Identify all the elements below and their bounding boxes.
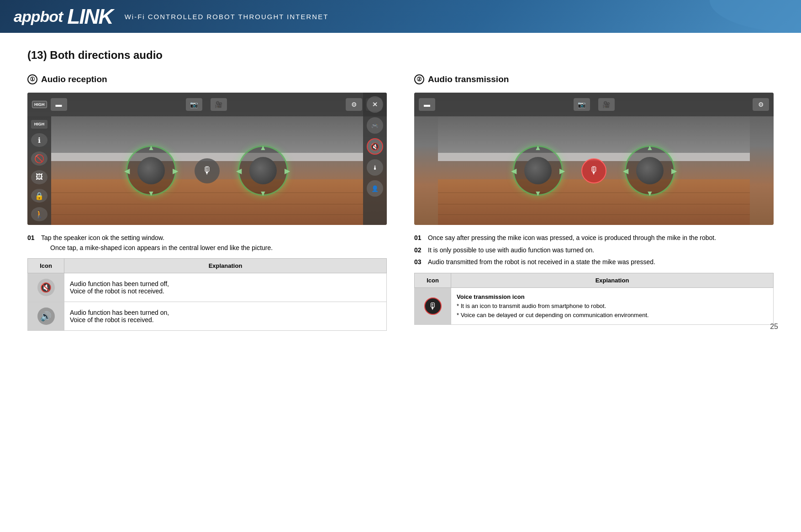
two-column-layout: ① Audio reception — [27, 74, 774, 331]
r-left-wheel-inner — [524, 157, 552, 184]
r-arrow-up-left: ▲ — [534, 144, 542, 152]
right-desc-02: 02 It is only possible to use with audio… — [414, 245, 774, 256]
r-right-wheel-outer — [625, 146, 675, 196]
left-icon-table: Icon Explanation 🔇 Audio function has be… — [27, 258, 387, 331]
logo: appbot LINK Wi-Fi CONTROLLED ROBOT THROU… — [14, 4, 328, 29]
right-row1-title: Voice transmission icon — [457, 293, 525, 300]
right-left-wheel: ▲ ▼ ◀ ▶ — [513, 146, 563, 196]
right-row1-explanation: Voice transmission icon * It is an icon … — [451, 288, 774, 325]
right-desc-01-num: 01 — [414, 233, 425, 243]
r-arrow-down-left: ▼ — [534, 189, 542, 198]
quality-badge: HIGH — [32, 101, 47, 108]
left-col-num: ① — [27, 74, 37, 84]
right-right-wheel: ▲ ▼ ◀ ▶ — [625, 146, 675, 196]
arrow-down-right: ▼ — [259, 189, 267, 198]
right-desc-03: 03 Audio transmitted from the robot is n… — [414, 257, 774, 267]
left-desc-01-num: 01 — [27, 233, 38, 253]
arrow-left-right: ◀ — [236, 167, 242, 175]
left-wheel-inner — [137, 157, 165, 184]
main-content: (13) Both directions audio ① Audio recep… — [0, 33, 801, 340]
left-row2-icon-cell: 🔊 — [28, 302, 64, 331]
mic-transmission-icon: 🎙 — [424, 297, 442, 315]
quality-sidebar-icon: HIGH — [31, 120, 47, 129]
right-camera-view: ▲ ▼ ◀ ▶ 🎙 — [438, 116, 750, 225]
r-arrow-down-right: ▼ — [646, 189, 653, 198]
left-description: 01 Tap the speaker icon ok the setting w… — [27, 233, 387, 253]
rs-close-icon: ✕ — [367, 96, 383, 113]
battery-icon: ▬ — [51, 98, 67, 111]
left-row1-explanation: Audio function has been turned off, Voic… — [64, 273, 387, 302]
walk-icon: 🚶 — [31, 207, 47, 221]
table-row: 🎙 Voice transmission icon * It is an ico… — [415, 288, 774, 325]
right-description: 01 Once say after pressing the mike icon… — [414, 233, 774, 267]
right-desc-03-text: Audio transmitted from the robot is not … — [428, 257, 774, 267]
right-col-num: ② — [414, 74, 424, 84]
left-row2-explanation: Audio function has been turned on, Voice… — [64, 302, 387, 331]
right-video-icon: 🎥 — [598, 98, 615, 111]
header-decoration — [710, 0, 801, 33]
toolbar-left: HIGH ▬ — [32, 98, 67, 111]
right-row1-sub2: * Voice can be delayed or cut depending … — [457, 312, 649, 318]
arrow-left-left: ◀ — [124, 167, 130, 175]
page-number: 25 — [770, 323, 778, 331]
app-toolbar: HIGH ▬ 📷 🎥 ⚙ ✕ — [27, 93, 387, 116]
left-app-ui: HIGH ▬ 📷 🎥 ⚙ ✕ HI — [27, 93, 387, 225]
info-icon: ℹ — [31, 133, 47, 147]
right-screenshot: ▬ 📷 🎥 ⚙ — [414, 93, 774, 225]
r-arrow-left-right: ◀ — [623, 167, 628, 175]
no-sign-icon: 🚫 — [31, 151, 47, 166]
right-toolbar-center: 📷 🎥 — [574, 98, 615, 111]
right-desc-01: 01 Once say after pressing the mike icon… — [414, 233, 774, 243]
right-table-header-explanation: Explanation — [451, 273, 774, 288]
right-camera-icon: 📷 — [574, 98, 590, 111]
arrow-right-right: ▶ — [285, 167, 290, 175]
right-column: ② Audio transmission — [414, 74, 774, 331]
r-left-wheel-outer — [513, 146, 563, 196]
r-arrow-right-left: ▶ — [559, 167, 565, 175]
left-screenshot: HIGH ▬ 📷 🎥 ⚙ ✕ HI — [27, 93, 387, 225]
video-icon: 🎥 — [211, 98, 227, 111]
settings-icon: ⚙ — [346, 98, 362, 111]
toolbar-center: 📷 🎥 — [186, 98, 227, 111]
rs-person-icon: 👤 — [367, 180, 383, 197]
right-desc-02-text: It is only possible to use with audio fu… — [428, 245, 774, 256]
right-col-label: Audio transmission — [428, 74, 509, 84]
right-wheel-control: ▲ ▼ ◀ ▶ — [238, 146, 288, 196]
right-app-toolbar: ▬ 📷 🎥 ⚙ — [414, 93, 774, 116]
right-row1-sub1: * It is an icon to transmit audio from s… — [457, 303, 606, 309]
left-col-label: Audio reception — [41, 74, 107, 84]
speaker-off-icon: 🔇 — [37, 279, 55, 296]
r-right-wheel-inner — [636, 157, 664, 184]
right-col-title: ② Audio transmission — [414, 74, 774, 84]
r-arrow-up-right: ▲ — [646, 144, 653, 152]
robot-controls: ▲ ▼ ◀ ▶ 🎙 — [126, 146, 288, 196]
lock-icon: 🔒 — [31, 189, 47, 203]
right-battery-icon: ▬ — [419, 98, 435, 111]
logo-link: LINK — [67, 4, 112, 29]
right-robot-controls: ▲ ▼ ◀ ▶ 🎙 — [513, 146, 675, 196]
arrow-down-left: ▼ — [148, 189, 155, 198]
left-column: ① Audio reception — [27, 74, 387, 331]
left-table-header-explanation: Explanation — [64, 259, 387, 273]
mic-center: 🎙 — [195, 158, 220, 183]
right-desc-03-num: 03 — [414, 257, 425, 267]
speaker-on-icon: 🔊 — [37, 308, 55, 325]
left-table-header-icon: Icon — [28, 259, 64, 273]
camera-view: ▲ ▼ ◀ ▶ 🎙 — [51, 116, 363, 225]
right-toolbar-left: ▬ — [419, 98, 435, 111]
header: appbot LINK Wi-Fi CONTROLLED ROBOT THROU… — [0, 0, 801, 33]
table-row: 🔊 Audio function has been turned on, Voi… — [28, 302, 387, 331]
right-table-header-icon: Icon — [415, 273, 451, 288]
rs-gamepad-icon: 🎮 — [367, 117, 383, 134]
header-subtitle: Wi-Fi CONTROLLED ROBOT THROUGHT INTERNET — [125, 13, 329, 21]
right-sidebar: ✕ 🎮 🔇 🌡 👤 — [363, 93, 387, 225]
right-settings-icon: ⚙ — [753, 98, 769, 111]
left-row1-icon-cell: 🔇 — [28, 273, 64, 302]
section-title: (13) Both directions audio — [27, 49, 774, 62]
right-wheel-outer — [238, 146, 288, 196]
left-col-title: ① Audio reception — [27, 74, 387, 84]
arrow-right-left: ▶ — [173, 167, 178, 175]
r-arrow-right-right: ▶ — [671, 167, 677, 175]
right-row1-icon-cell: 🎙 — [415, 288, 451, 325]
right-icon-table: Icon Explanation 🎙 Voice transmission ic… — [414, 273, 774, 325]
